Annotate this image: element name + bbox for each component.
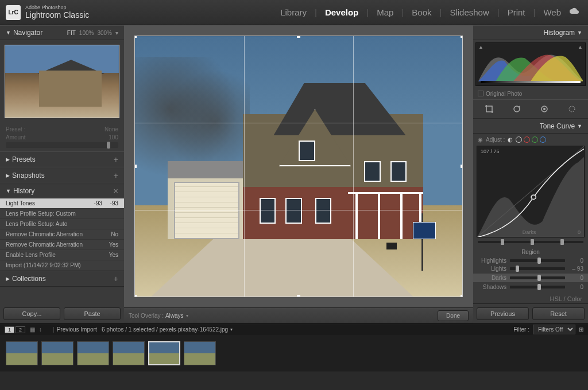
collections-header[interactable]: ▶ Collections + xyxy=(0,271,124,287)
zoom-more-icon[interactable]: ▾ xyxy=(115,30,118,36)
add-icon[interactable]: + xyxy=(114,171,118,180)
app-logo: LrC xyxy=(6,5,21,20)
tone-curve-split-slider[interactable] xyxy=(478,240,583,244)
tone-curve-header[interactable]: Tone Curve ▼ xyxy=(473,119,588,134)
dropdown-icon[interactable]: ▾ xyxy=(230,327,233,332)
history-item[interactable]: Light Tones-93-93 xyxy=(0,198,124,209)
module-slideshow[interactable]: Slideshow xyxy=(447,7,492,17)
presets-header[interactable]: ▶ Presets + xyxy=(0,151,124,167)
disclosure-triangle-icon: ▼ xyxy=(577,30,582,36)
canvas-toolbar: Tool Overlay : Always ▾ Done xyxy=(124,307,473,323)
disclosure-triangle-icon: ▼ xyxy=(6,188,11,194)
left-panel: ▼ Navigator FIT 100% 300% ▾ Preset : Non… xyxy=(0,25,124,323)
region-shadows[interactable]: Shadows0 xyxy=(478,284,583,290)
module-develop[interactable]: Develop xyxy=(322,7,361,17)
add-icon[interactable]: + xyxy=(114,274,118,283)
navigator-preview[interactable] xyxy=(0,40,124,123)
module-print[interactable]: Print xyxy=(505,7,528,17)
dropdown-icon[interactable]: ▾ xyxy=(186,313,188,318)
blue-channel-icon[interactable] xyxy=(540,136,546,143)
disclosure-triangle-icon: ▶ xyxy=(6,157,10,162)
checkbox-icon[interactable] xyxy=(478,91,483,96)
paste-button[interactable]: Paste xyxy=(64,307,121,320)
original-photo-toggle[interactable]: Original Photo xyxy=(473,88,588,99)
cloud-sync-icon[interactable] xyxy=(566,7,582,17)
filmstrip-header: 1 2 ▦ ↕ | Previous Import 6 photos / 1 s… xyxy=(0,323,588,335)
history-item[interactable]: Remove Chromatic AberrationNo xyxy=(0,229,124,240)
filmstrip-thumb[interactable] xyxy=(148,341,180,365)
history-item[interactable]: Enable Lens ProfileYes xyxy=(0,250,124,260)
filmstrip-thumb[interactable] xyxy=(77,341,109,365)
target-adjust-icon[interactable]: ◉ xyxy=(478,136,483,143)
page-2[interactable]: 2 xyxy=(16,326,25,333)
canvas-area: Tool Overlay : Always ▾ Done xyxy=(124,25,473,323)
tool-overlay-value[interactable]: Always xyxy=(165,313,184,319)
disclosure-triangle-icon: ▼ xyxy=(577,123,582,129)
zoom-fit[interactable]: FIT xyxy=(67,30,76,36)
filter-select[interactable]: Filters Off xyxy=(533,325,575,334)
zoom-300[interactable]: 300% xyxy=(97,30,112,36)
history-item[interactable]: Lens Profile Setup: Custom xyxy=(0,209,124,219)
module-web[interactable]: Web xyxy=(540,7,564,17)
parametric-curve-icon[interactable]: ◐ xyxy=(508,136,513,143)
filmstrip-filename: / pexels-pixabay-164522.jpg xyxy=(156,326,228,333)
quick-preset-block: Preset : None Amount 100 xyxy=(0,123,124,151)
reset-button[interactable]: Reset xyxy=(532,307,585,320)
app-name: Adobe Photoshop Lightroom Classic xyxy=(25,5,89,20)
tone-curve-graph[interactable]: 107 / 75 Darks 0 xyxy=(477,146,585,238)
filmstrip-thumb[interactable] xyxy=(41,341,74,365)
disclosure-triangle-icon: ▼ xyxy=(6,30,11,36)
filmstrip-thumb[interactable] xyxy=(113,341,145,365)
region-highlights[interactable]: Highlights0 xyxy=(478,258,583,264)
right-panel: Histogram ▼ ▲ ▲ Original Photo xyxy=(473,25,588,323)
module-library[interactable]: Library xyxy=(277,7,310,17)
svg-point-2 xyxy=(543,108,546,110)
snapshots-header[interactable]: ▶ Snapshots + xyxy=(0,167,124,184)
svg-point-5 xyxy=(531,195,536,199)
tone-curve-adjust: ◉ Adjust : ◐ xyxy=(473,134,588,146)
heal-tool-icon[interactable] xyxy=(510,103,524,115)
redeye-tool-icon[interactable] xyxy=(565,103,579,115)
mask-tool-icon[interactable] xyxy=(537,103,551,115)
filter-lock-icon[interactable]: ⊞ xyxy=(579,326,583,333)
tool-overlay-label: Tool Overlay : xyxy=(129,313,164,319)
histogram[interactable]: ▲ ▲ xyxy=(475,42,586,86)
previous-button[interactable]: Previous xyxy=(477,307,529,320)
module-map[interactable]: Map xyxy=(374,7,396,17)
histogram-header[interactable]: Histogram ▼ xyxy=(473,25,588,40)
module-book[interactable]: Book xyxy=(409,7,434,17)
history-item[interactable]: Remove Chromatic AberrationYes xyxy=(0,240,124,250)
filmstrip-thumb[interactable] xyxy=(184,341,216,365)
navigator-title: Navigator xyxy=(13,29,42,37)
module-picker: Library|Develop|Map|Book|Slideshow|Print… xyxy=(277,7,582,17)
page-1[interactable]: 1 xyxy=(5,326,14,333)
region-darks[interactable]: Darks0 xyxy=(473,274,588,282)
grid-view-icon[interactable]: ▦ xyxy=(30,326,37,333)
history-item[interactable]: Import (11/14/22 9:02:32 PM) xyxy=(0,260,124,271)
zoom-100[interactable]: 100% xyxy=(79,30,94,36)
filmstrip-count: 6 photos / 1 selected xyxy=(102,326,154,333)
crop-tool-icon[interactable] xyxy=(482,103,496,115)
filmstrip-source[interactable]: Previous Import xyxy=(57,326,97,333)
sort-icon[interactable]: ↕ xyxy=(39,326,46,333)
green-channel-icon[interactable] xyxy=(532,136,538,143)
amount-slider[interactable] xyxy=(6,142,118,148)
red-channel-icon[interactable] xyxy=(524,136,530,143)
add-icon[interactable]: + xyxy=(114,155,118,164)
image-canvas[interactable] xyxy=(134,36,463,297)
history-header[interactable]: ▼ History ✕ xyxy=(0,184,124,198)
filter-label: Filter : xyxy=(513,326,529,333)
hsl-header[interactable]: HSL / Color xyxy=(473,294,588,303)
history-item[interactable]: Lens Profile Setup: Auto xyxy=(0,219,124,229)
region-panel: Region Highlights0Lights– 93Darks0Shadow… xyxy=(473,247,588,294)
clear-icon[interactable]: ✕ xyxy=(113,188,118,195)
region-lights[interactable]: Lights– 93 xyxy=(478,266,583,272)
rgb-channel-icon[interactable] xyxy=(516,136,522,143)
navigator-header[interactable]: ▼ Navigator FIT 100% 300% ▾ xyxy=(0,25,124,40)
disclosure-triangle-icon: ▶ xyxy=(6,276,10,282)
history-list: Light Tones-93-93Lens Profile Setup: Cus… xyxy=(0,198,124,271)
tool-strip xyxy=(473,99,588,119)
copy-button[interactable]: Copy... xyxy=(3,307,60,320)
filmstrip-thumb[interactable] xyxy=(6,341,38,365)
done-button[interactable]: Done xyxy=(438,310,469,321)
